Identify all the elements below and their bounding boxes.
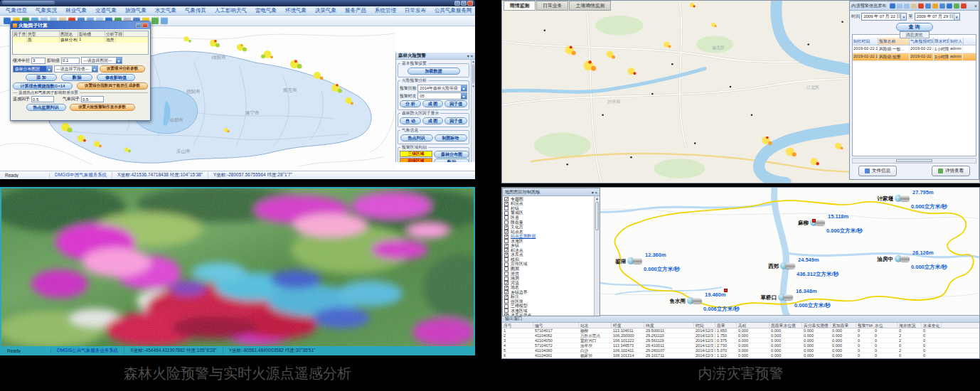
remove-button[interactable]: 删 除: [61, 74, 92, 81]
menu-item[interactable]: 水文气象: [151, 7, 181, 14]
layer-checkbox[interactable]: [504, 267, 508, 271]
menu-item[interactable]: 旅游气象: [121, 7, 151, 14]
map-tab[interactable]: 日常业务: [536, 1, 568, 11]
menu-item[interactable]: 日常发布: [400, 7, 430, 14]
dialog-titlebar[interactable]: 火险因子计算: [11, 21, 150, 29]
add-button[interactable]: 添 加: [26, 74, 57, 81]
set-display-params-button[interactable]: 设置火险预警制作显示参数: [70, 104, 135, 111]
field-value-select[interactable]: —请选择字段值—: [54, 65, 98, 73]
make-map-button[interactable]: 成 图: [422, 100, 444, 107]
factor-value-button-2[interactable]: 因子值: [444, 117, 467, 124]
buffer-radius-input[interactable]: 3: [31, 58, 46, 64]
panel-titlebar[interactable]: 森林火险预警 ▾ ×: [396, 53, 475, 60]
layer-checkbox[interactable]: [504, 202, 508, 206]
forest-map-button[interactable]: 森林分布图: [434, 151, 469, 158]
layer-checkbox[interactable]: [504, 215, 508, 220]
menu-item[interactable]: 公共气象服务网: [430, 7, 476, 14]
save-icon[interactable]: [954, 3, 959, 9]
dialog-minimize-button[interactable]: [136, 23, 142, 28]
delete-icon[interactable]: [918, 3, 924, 9]
warning-time-select[interactable]: 05: [417, 92, 467, 100]
panel-header[interactable]: 内涝预警信息发布 ×: [850, 1, 979, 11]
chart-icon[interactable]: [947, 3, 952, 9]
output-row[interactable]: 457104072油草坝113.34657329.4100112014/12/3…: [502, 343, 979, 348]
layer-panel-titlebar[interactable]: 地图图层控制面板 ▾ ×: [503, 188, 600, 196]
window-titlebar[interactable]: [0, 0, 475, 6]
panel-close-icon[interactable]: ×: [974, 4, 977, 9]
map-tab[interactable]: 土壤墒情监测: [569, 1, 611, 11]
factor-row[interactable]: 面森林分布图1地类: [13, 37, 148, 43]
stop-icon[interactable]: [961, 3, 966, 9]
output-row[interactable]: 541104060白沙106.10241129.2601072014/12/3 …: [502, 348, 979, 353]
auto-button[interactable]: 自 动: [400, 117, 421, 124]
layer-select[interactable]: —请选择图层—: [81, 57, 122, 64]
layer-checkbox[interactable]: [504, 295, 508, 299]
factor-table[interactable]: 因子类别类型图层名影响值分析字段 面森林分布图1地类: [12, 31, 149, 55]
menu-item[interactable]: 雷电气象: [251, 7, 281, 14]
selected-layer-select[interactable]: 森林分布图层: [13, 65, 53, 73]
minimize-button[interactable]: [454, 1, 460, 6]
collapse-and-close-icons[interactable]: ▾ ×: [592, 190, 597, 195]
layer-checkbox[interactable]: [504, 257, 508, 262]
panel-scrollbar[interactable]: ▲▼: [471, 60, 475, 162]
menu-item[interactable]: 系统管理: [371, 7, 400, 14]
hotspot-monitor-button[interactable]: 热点监测判识: [26, 104, 66, 111]
back-icon[interactable]: [151, 17, 159, 24]
layer-item[interactable]: 水库示范点: [504, 314, 592, 316]
menu-item[interactable]: 气象信息: [1, 7, 31, 14]
delete-button[interactable]: 删 除: [434, 159, 469, 162]
layer-checkbox[interactable]: [504, 211, 508, 215]
layer-list-scrollbar[interactable]: ▲: [594, 196, 600, 316]
menu-item[interactable]: 环境气象: [281, 7, 311, 14]
impact-value-input[interactable]: 0.1: [61, 58, 80, 64]
layer-checkbox[interactable]: [504, 272, 508, 276]
layer-checkbox[interactable]: [504, 253, 508, 257]
image-icon[interactable]: [161, 17, 168, 24]
set-buffer-params-button[interactable]: 设置缓冲分析参数: [100, 65, 145, 73]
output-row[interactable]: 157104017杨柳113.10401129.5000112014/12/3 …: [502, 328, 979, 333]
close-button[interactable]: [467, 1, 473, 6]
satellite-image[interactable]: [1, 188, 474, 346]
load-data-button[interactable]: 加载数据: [408, 68, 460, 75]
menu-item[interactable]: 林业气象: [61, 7, 91, 14]
menu-item[interactable]: 气象传真: [181, 7, 211, 14]
maximize-button[interactable]: [461, 1, 467, 6]
zoom-out-icon[interactable]: [904, 3, 910, 9]
pan-hand-icon[interactable]: [911, 3, 917, 9]
message-row[interactable]: 2019-02-22 1...风险级:较重2019-02-22 1...3小时降…: [853, 53, 976, 61]
layer-checkbox[interactable]: [504, 235, 508, 239]
pin-and-close-icons[interactable]: ▾ ×: [467, 53, 473, 58]
dialog-close-button[interactable]: [142, 23, 148, 28]
output-row[interactable]: 241104062万胜示范点106.20000029.2611102014/12…: [502, 333, 979, 338]
detail-view-button[interactable]: 详情查看: [932, 166, 970, 176]
output-row[interactable]: 641104061杨家坝106.10121429.1017112014/12/3…: [502, 353, 979, 358]
rs-factor-input[interactable]: 0.5: [31, 96, 54, 102]
set-generation-params-button[interactable]: 设置综合指数因子图层生成参数: [77, 82, 148, 90]
menu-item[interactable]: 服务产品: [341, 7, 371, 14]
modify-impact-button[interactable]: 修改影响值: [97, 74, 135, 81]
layer-checkbox[interactable]: [504, 206, 508, 210]
layer-checkbox[interactable]: [504, 299, 508, 304]
make-map-button-2[interactable]: 成 图: [422, 117, 444, 124]
message-row[interactable]: 2019-02-22 1...风险级:一般...2019-02-22 1...1…: [853, 45, 976, 53]
menu-item[interactable]: 人工影响天气: [211, 7, 251, 14]
plot-button[interactable]: 制图标绘: [435, 134, 467, 141]
warning-date-select[interactable]: 2014年森林火险等级: [417, 85, 467, 92]
output-row[interactable]: 342104050宣府河口106.10122229.5611192014/12/…: [502, 338, 979, 343]
date-to-picker[interactable]: 2009 年 07 月 29 日: [915, 13, 960, 21]
menu-item[interactable]: 交通气象: [91, 7, 121, 14]
layer-checkbox[interactable]: [504, 304, 508, 309]
menu-item[interactable]: 决策气象: [311, 7, 341, 14]
calc-index-button[interactable]: 计算综合燃烧指数G=14: [13, 82, 73, 90]
date-from-picker[interactable]: 2009 年 07 月 22 日: [861, 13, 907, 21]
window-icon[interactable]: [925, 3, 931, 9]
refresh-icon[interactable]: [932, 3, 938, 9]
file-info-button[interactable]: 文件信息: [858, 166, 897, 176]
analyze-button[interactable]: 分 析: [400, 100, 421, 107]
menu-item[interactable]: 气象实况: [31, 7, 61, 14]
hotspot-detect-button[interactable]: 热点判识: [400, 134, 433, 141]
panel-horizontal-scrollbar[interactable]: [852, 158, 976, 164]
layers-icon[interactable]: [939, 3, 945, 9]
factor-value-button[interactable]: 因子值: [444, 100, 467, 107]
wx-factor-input[interactable]: 0.5: [81, 96, 104, 102]
